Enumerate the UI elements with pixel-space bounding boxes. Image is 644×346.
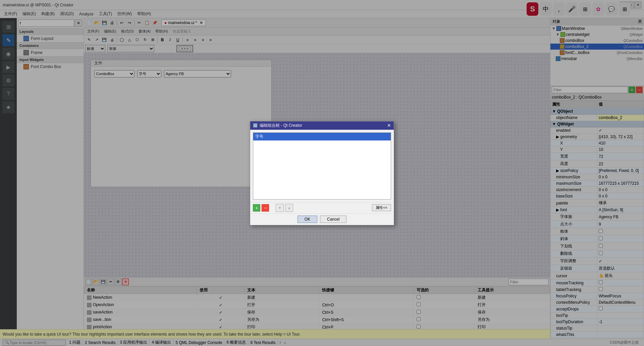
dialog-overlay: □ 编辑组合框 - Qt Creator ✕ 字号 + − ↑ ↓ 属性<< O… bbox=[0, 0, 644, 346]
dialog-props-button[interactable]: 属性<< bbox=[372, 204, 391, 211]
dialog-remove-btn[interactable]: − bbox=[262, 204, 269, 212]
dialog-list-item-zihao[interactable]: 字号 bbox=[253, 133, 391, 140]
dialog-move-up[interactable]: ↑ bbox=[276, 204, 284, 212]
dialog-move-down[interactable]: ↓ bbox=[285, 204, 293, 212]
dialog-title-text: 编辑组合框 - Qt Creator bbox=[260, 123, 302, 128]
dialog-close-button[interactable]: ✕ bbox=[387, 123, 391, 128]
dialog-list-empty bbox=[253, 140, 391, 194]
dialog-list[interactable]: 字号 bbox=[253, 132, 391, 199]
dialog-cancel-button[interactable]: Cancel bbox=[320, 216, 346, 223]
dialog-ok-button[interactable]: OK bbox=[298, 216, 317, 223]
dialog-title-icon: □ bbox=[253, 123, 258, 128]
dialog-title-content: □ 编辑组合框 - Qt Creator bbox=[253, 123, 302, 128]
dialog-footer: OK Cancel bbox=[250, 213, 394, 225]
dialog-body: 字号 bbox=[250, 130, 394, 202]
edit-combo-dialog: □ 编辑组合框 - Qt Creator ✕ 字号 + − ↑ ↓ 属性<< O… bbox=[250, 121, 394, 225]
dialog-move-buttons: ↑ ↓ bbox=[276, 204, 293, 212]
dialog-add-btn[interactable]: + bbox=[253, 204, 260, 212]
dialog-bottom-toolbar: + − ↑ ↓ 属性<< bbox=[250, 202, 394, 213]
dialog-title-bar: □ 编辑组合框 - Qt Creator ✕ bbox=[250, 121, 394, 130]
